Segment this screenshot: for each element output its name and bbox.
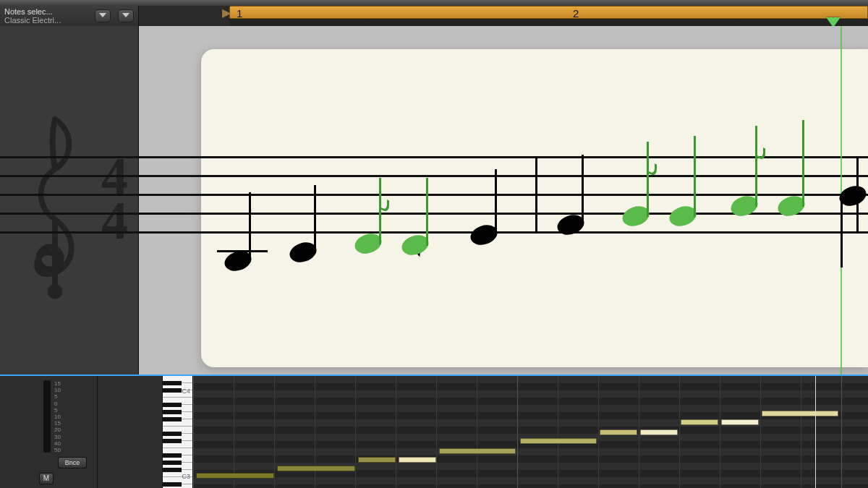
ruler-subdivisions <box>229 19 868 26</box>
black-key[interactable] <box>163 439 182 443</box>
grid-line <box>760 376 761 488</box>
locator-start-icon[interactable]: ▶ <box>222 6 231 20</box>
grid-line <box>679 376 680 488</box>
black-key[interactable] <box>163 461 182 465</box>
grid-line <box>193 376 194 488</box>
cycle-region[interactable] <box>229 6 868 19</box>
midi-note[interactable] <box>721 419 759 425</box>
ruler-row: Notes selec... Classic Electri... ▶ 12 <box>0 6 868 26</box>
grid-line <box>355 376 356 488</box>
black-key[interactable] <box>163 388 182 393</box>
score-paper <box>201 49 868 367</box>
grid-line <box>841 376 842 488</box>
playhead-marker-icon[interactable] <box>826 17 841 26</box>
midi-note[interactable] <box>196 473 274 479</box>
midi-note[interactable] <box>439 448 516 454</box>
volume-fader[interactable] <box>43 380 51 453</box>
score-editor-area <box>0 26 868 374</box>
grid-line <box>436 376 437 488</box>
key-label: C3 <box>182 473 190 480</box>
piano-roll-row <box>193 398 868 405</box>
inspector-dropdown-button[interactable] <box>118 9 134 22</box>
midi-note[interactable] <box>681 419 718 425</box>
black-key[interactable] <box>163 403 182 407</box>
piano-roll-row <box>193 376 868 383</box>
timeline-ruler[interactable]: ▶ 12 <box>139 6 868 26</box>
midi-note[interactable] <box>358 457 396 463</box>
bounce-button[interactable]: Bnce <box>58 457 87 468</box>
grid-line <box>598 376 599 488</box>
grid-line <box>639 376 639 488</box>
midi-note[interactable] <box>762 411 838 416</box>
grid-line <box>274 376 275 488</box>
grid-line <box>477 376 477 488</box>
grid-line <box>801 376 801 488</box>
inspector-header: Notes selec... Classic Electri... <box>0 6 139 26</box>
key-label: C4 <box>182 388 190 395</box>
track-name: Classic Electri... <box>4 16 88 25</box>
grid-line <box>234 376 234 488</box>
selection-title: Notes selec... <box>4 7 88 16</box>
grid-line <box>558 376 558 488</box>
piano-keyboard[interactable]: C4C3 <box>163 376 193 488</box>
piano-roll-track-header <box>98 376 163 488</box>
grid-line <box>517 376 518 488</box>
piano-roll-playhead[interactable] <box>815 376 816 488</box>
midi-note[interactable] <box>277 466 355 471</box>
score-gutter <box>139 26 201 374</box>
piano-roll-row <box>193 427 868 434</box>
black-key[interactable] <box>163 381 182 385</box>
midi-note[interactable] <box>600 429 637 435</box>
black-key[interactable] <box>163 482 182 487</box>
piano-roll-row <box>193 477 868 484</box>
midi-note[interactable] <box>640 429 678 435</box>
black-key[interactable] <box>163 432 182 436</box>
black-key[interactable] <box>163 453 182 458</box>
piano-roll-row <box>193 448 868 455</box>
black-key[interactable] <box>163 417 182 421</box>
midi-note[interactable] <box>399 457 436 463</box>
inspector-menu-button[interactable] <box>95 9 111 22</box>
bar-number: 1 <box>237 7 242 20</box>
piano-roll-row <box>193 390 868 398</box>
midi-note[interactable] <box>520 438 597 444</box>
fader-scale: 1510505101520304050 <box>54 380 61 453</box>
grid-line <box>720 376 720 488</box>
piano-roll-row <box>193 455 868 463</box>
grid-line <box>396 376 396 488</box>
piano-roll-pane: 1510505101520304050 Bnce M C4C3 <box>0 374 868 488</box>
mute-button[interactable]: M <box>39 473 54 484</box>
piano-roll-row <box>193 484 868 488</box>
bar-number: 2 <box>573 7 579 20</box>
score-page-background[interactable] <box>201 26 868 374</box>
piano-roll-grid[interactable] <box>193 376 868 488</box>
piano-roll-row <box>193 419 868 427</box>
black-key[interactable] <box>163 468 182 472</box>
black-key[interactable] <box>163 410 182 414</box>
score-inspector-sidebar <box>0 26 139 374</box>
top-menubar <box>0 0 868 6</box>
piano-roll-row <box>193 383 868 390</box>
channel-strip: 1510505101520304050 Bnce M <box>0 376 98 488</box>
